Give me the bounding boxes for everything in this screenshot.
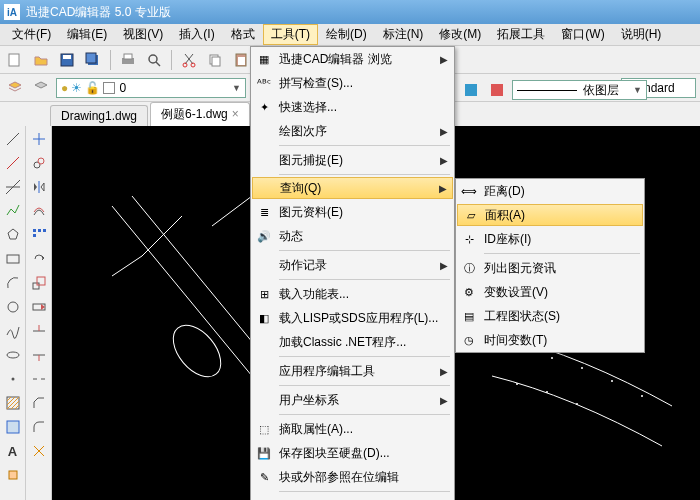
mirror-icon[interactable] — [28, 176, 50, 198]
menu-item[interactable]: 🔊动态 — [251, 224, 454, 248]
text-icon[interactable]: A — [2, 440, 24, 462]
svg-point-34 — [38, 158, 44, 164]
cut-icon[interactable] — [178, 49, 200, 71]
point-icon[interactable] — [2, 368, 24, 390]
line-icon[interactable] — [2, 128, 24, 150]
break-icon[interactable] — [28, 368, 50, 390]
copy-icon[interactable] — [204, 49, 226, 71]
explode-icon[interactable] — [28, 440, 50, 462]
rotate-icon[interactable] — [28, 248, 50, 270]
svg-line-48 — [112, 206, 252, 376]
menu-item[interactable]: ⬚摘取属性(A)... — [251, 417, 454, 441]
menu-format[interactable]: 格式 — [223, 24, 263, 45]
menu-item[interactable]: ⊹ID座标(I) — [456, 227, 644, 251]
menu-item[interactable]: 图元捕捉(E)▶ — [251, 148, 454, 172]
xline-icon[interactable] — [2, 176, 24, 198]
saveall-icon[interactable] — [82, 49, 104, 71]
linetype-combo-value: 依图层 — [583, 82, 619, 99]
layer-combo[interactable]: ● ☀ 🔓 0 ▼ — [56, 78, 246, 98]
tab-example61[interactable]: 例题6-1.dwg× — [150, 102, 250, 126]
menu-file[interactable]: 文件(F) — [4, 24, 59, 45]
menu-item[interactable]: ⊞载入功能表... — [251, 282, 454, 306]
info-icon: ⓘ — [460, 259, 478, 277]
menu-dimension[interactable]: 标注(N) — [375, 24, 432, 45]
menu-draw[interactable]: 绘制(D) — [318, 24, 375, 45]
spline-icon[interactable] — [2, 320, 24, 342]
menu-item[interactable]: ◷时间变数(T) — [456, 328, 644, 352]
svg-rect-21 — [491, 84, 503, 96]
menu-help[interactable]: 说明(H) — [613, 24, 670, 45]
menu-item[interactable]: 查询(Q)▶ — [252, 177, 453, 199]
arc-icon[interactable] — [2, 272, 24, 294]
menu-item[interactable]: ▦迅捷CAD编辑器 浏览▶ — [251, 47, 454, 71]
array-icon[interactable] — [28, 224, 50, 246]
move-icon[interactable] — [28, 128, 50, 150]
open-icon[interactable] — [30, 49, 52, 71]
menu-edit[interactable]: 编辑(E) — [59, 24, 115, 45]
hatch-icon[interactable] — [2, 392, 24, 414]
trim-icon[interactable] — [28, 320, 50, 342]
query-submenu: ⟺距离(D)▱面积(A)⊹ID座标(I)ⓘ列出图元资讯⚙变数设置(V)▤工程图状… — [455, 178, 645, 353]
chevron-right-icon: ▶ — [440, 366, 448, 377]
ray-icon[interactable] — [2, 152, 24, 174]
polygon-icon[interactable] — [2, 224, 24, 246]
menu-item[interactable]: ⓘ列出图元资讯 — [456, 256, 644, 280]
stretch-icon[interactable] — [28, 296, 50, 318]
menu-item[interactable]: ⟺距离(D) — [456, 179, 644, 203]
fillet-icon[interactable] — [28, 416, 50, 438]
color2-icon[interactable] — [486, 79, 508, 101]
svg-point-53 — [581, 367, 583, 369]
scale-icon[interactable] — [28, 272, 50, 294]
menu-item[interactable]: 动作记录▶ — [251, 253, 454, 277]
ellipse-icon[interactable] — [2, 344, 24, 366]
color-icon[interactable] — [460, 79, 482, 101]
chamfer-icon[interactable] — [28, 392, 50, 414]
rect-icon[interactable] — [2, 248, 24, 270]
menu-window[interactable]: 窗口(W) — [553, 24, 612, 45]
menu-item[interactable]: ᴬᴮᶜ拼写检查(S)... — [251, 71, 454, 95]
menu-item[interactable]: 加载Classic .NET程序... — [251, 330, 454, 354]
list-icon: ≣ — [255, 203, 273, 221]
circle-icon[interactable] — [2, 296, 24, 318]
id-icon: ⊹ — [460, 230, 478, 248]
polyline-icon[interactable] — [2, 200, 24, 222]
paste-icon[interactable] — [230, 49, 252, 71]
svg-point-50 — [164, 316, 230, 385]
extend-icon[interactable] — [28, 344, 50, 366]
menu-item[interactable]: ⚙变数设置(V) — [456, 280, 644, 304]
copy2-icon[interactable] — [28, 152, 50, 174]
layer-icon[interactable] — [4, 77, 26, 99]
layeroff-icon[interactable] — [30, 77, 52, 99]
block-icon[interactable] — [2, 464, 24, 486]
menu-item[interactable]: 💾保存图块至硬盘(D)... — [251, 441, 454, 465]
menu-item[interactable]: ▱面积(A) — [457, 204, 643, 226]
offset-icon[interactable] — [28, 200, 50, 222]
menu-view[interactable]: 视图(V) — [115, 24, 171, 45]
menu-item[interactable]: 用户坐标系▶ — [251, 388, 454, 412]
menu-item[interactable]: 应用程序编辑工具▶ — [251, 359, 454, 383]
sound-icon: 🔊 — [255, 227, 273, 245]
menu-item[interactable]: ◧载入LISP或SDS应用程序(L)... — [251, 306, 454, 330]
menu-insert[interactable]: 插入(I) — [171, 24, 222, 45]
close-icon[interactable]: × — [232, 107, 239, 121]
svg-rect-14 — [238, 57, 245, 65]
dist-icon: ⟺ — [460, 182, 478, 200]
menu-modify[interactable]: 修改(M) — [431, 24, 489, 45]
linetype-combo[interactable]: 依图层 ▼ — [512, 80, 647, 100]
menu-item[interactable]: ✦快速选择... — [251, 95, 454, 119]
tab-drawing1[interactable]: Drawing1.dwg — [50, 105, 148, 126]
menu-item[interactable]: ≣图元资料(E) — [251, 200, 454, 224]
menu-item[interactable]: ▤工程图状态(S) — [456, 304, 644, 328]
menu-item[interactable]: 绘图次序▶ — [251, 119, 454, 143]
svg-rect-12 — [212, 57, 220, 66]
preview-icon[interactable] — [143, 49, 165, 71]
print-icon[interactable] — [117, 49, 139, 71]
menu-extension[interactable]: 拓展工具 — [489, 24, 553, 45]
menu-item[interactable]: 拍摄快照(M)... — [251, 494, 454, 500]
save-icon[interactable] — [56, 49, 78, 71]
new-icon[interactable] — [4, 49, 26, 71]
region-icon[interactable] — [2, 416, 24, 438]
var-icon: ⚙ — [460, 283, 478, 301]
menu-item[interactable]: ✎块或外部参照在位编辑 — [251, 465, 454, 489]
menu-tools[interactable]: 工具(T) — [263, 24, 318, 45]
